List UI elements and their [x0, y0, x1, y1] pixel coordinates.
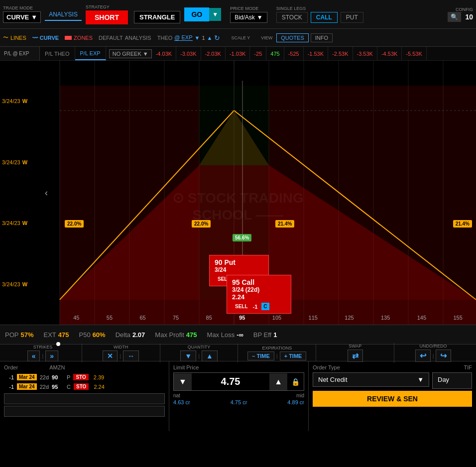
strike-135: 135	[381, 315, 390, 321]
cr-val-3: 4.89 cr	[287, 399, 304, 405]
scale-y-section: SCALE Y	[231, 35, 250, 40]
cr-val-1: 4.63 cr	[173, 399, 190, 405]
analysis-label2: ANALYSIS	[125, 35, 151, 41]
order-list: Order AMZN -1 Mar 24 22d 90 P STO 2.39 -…	[0, 361, 169, 431]
call-button[interactable]: CALL	[311, 12, 338, 23]
order-days-1: 22d	[40, 374, 49, 380]
config-number: 10	[463, 13, 473, 21]
quantity-up[interactable]: ▲	[202, 350, 218, 361]
quantity-down[interactable]: ▼	[180, 350, 196, 361]
lock-icon[interactable]: 🔒	[287, 378, 304, 386]
tooltip-call-sell: SELL -1 C	[232, 303, 286, 310]
order-type-2: C	[67, 384, 71, 390]
order-type-dropdown[interactable]: Net Credit ▼	[313, 372, 429, 387]
sto-badge-2: STO	[74, 383, 89, 390]
trade-mode-section: TRADE MODE CURVE ▼	[3, 5, 41, 23]
single-legs-label: SINGLE LEGS	[276, 6, 363, 11]
exp-time-plus[interactable]: + TIME	[280, 351, 307, 360]
max-profit-value: 475	[186, 331, 197, 339]
pl-theo-tab[interactable]: P/L THEO	[40, 47, 75, 60]
refresh-icon[interactable]: ↻	[214, 34, 220, 42]
exp-time-minus[interactable]: – TIME	[247, 351, 274, 360]
sto-badge-1: STO	[73, 374, 88, 380]
order-input-1[interactable]	[4, 393, 165, 404]
quotes-button[interactable]: QUOTES	[276, 33, 308, 42]
prob-badge-right: 21.4%	[453, 220, 472, 228]
order-row-1: -1 Mar 24 22d 90 P STO 2.39	[0, 372, 169, 382]
undo-redo-control: Undo/Redo ↩ | ↪	[394, 343, 472, 363]
down-icon[interactable]: ▼	[195, 35, 200, 41]
price-mode-dropdown[interactable]: Bid/Ask ▼	[230, 12, 267, 23]
pl-values: -4.03K -3.03K -2.03K -1.03K -25 475 -525…	[152, 47, 476, 60]
order-price-2: 2.24	[92, 384, 104, 390]
ext-value: 475	[58, 331, 69, 339]
up-icon2[interactable]: ▲	[207, 35, 213, 41]
no-greek-dropdown[interactable]: NO GREEK ▼	[109, 49, 152, 58]
call-tooltip: 95 Call 3/24 (22d) 2.24 SELL -1 C	[227, 275, 291, 314]
width-expand[interactable]: ↔	[123, 350, 139, 361]
c-badge: C	[261, 303, 269, 310]
strikes-double-right[interactable]: »	[45, 350, 58, 361]
order-header: Order AMZN	[0, 364, 169, 372]
ot-chevron: ▼	[417, 376, 424, 383]
scale-val: 1	[202, 35, 205, 41]
go-arrow-button[interactable]: ▼	[209, 8, 221, 21]
mid-label: mid	[296, 393, 304, 398]
undo-button[interactable]: ↩	[415, 350, 431, 362]
pl-tabs: P/L THEO P/L EXP NO GREEK ▼	[40, 47, 152, 60]
pl-val-5: -25	[250, 47, 266, 60]
short-button[interactable]: SHORT	[86, 10, 128, 24]
search-icon[interactable]: 🔍	[448, 12, 461, 22]
pl-val-11: -4.53K	[377, 47, 402, 60]
tooltip-put-date: 3/24	[215, 266, 263, 273]
swap-control: Swap ⇄	[316, 343, 394, 363]
review-send-button[interactable]: REVIEW & SEN	[313, 391, 472, 407]
price-up-button[interactable]: ▲	[269, 373, 287, 390]
put-button[interactable]: PUT	[341, 12, 363, 23]
pl-exp-tab[interactable]: P/L EXP	[75, 47, 106, 60]
zones-section: ZONES	[65, 35, 93, 41]
nat-mid-row: nat mid	[173, 393, 304, 398]
pop-stat: POP 57%	[5, 331, 34, 339]
pop-value: 57%	[20, 331, 33, 339]
max-profit-stat: Max Profit 475	[155, 331, 197, 339]
tooltip-call-date: 3/24 (22d)	[232, 286, 286, 293]
tooltip-put-label: 90 Put	[215, 258, 263, 266]
pl-at-exp-label: P/L @ EXP	[0, 47, 40, 60]
strangle-label: STRANGLE	[134, 11, 181, 23]
go-button[interactable]: GO	[184, 7, 209, 21]
delta-stat: Delta 2.07	[116, 331, 145, 339]
tif-dropdown[interactable]: Day	[432, 372, 472, 389]
order-input-2[interactable]	[4, 406, 165, 417]
go-section: GO ▼	[184, 7, 221, 21]
stock-button[interactable]: STOCK	[276, 12, 308, 23]
limit-price-header: Limit Price	[173, 364, 304, 370]
chart-scroll-left[interactable]: ‹	[45, 188, 48, 198]
trade-mode-value: CURVE	[6, 13, 29, 21]
strike-145: 145	[417, 315, 426, 321]
amzn-label: AMZN	[49, 364, 65, 370]
w-badge-4: W	[22, 281, 27, 287]
sep3: |	[198, 353, 200, 359]
info-button[interactable]: INFO	[311, 33, 333, 42]
price-down-button[interactable]: ▼	[174, 373, 192, 390]
order-type-1: P	[67, 374, 70, 380]
width-collapse[interactable]: ✕	[103, 350, 118, 361]
trade-mode-dropdown[interactable]: CURVE ▼	[3, 11, 41, 23]
quantity-control: Quantity ▼ | ▲	[160, 344, 238, 362]
redo-button[interactable]: ↪	[436, 350, 451, 362]
pl-val-6: 475	[266, 47, 284, 60]
tooltip-call-label: 95 Call	[232, 278, 286, 286]
default-analysis-row: DEFAULT ANALYSIS	[99, 35, 151, 41]
analysis-tab[interactable]: ANALYSIS	[45, 9, 82, 21]
pl-val-12: -5.53K	[402, 47, 426, 60]
strategy-label: STRATEGY	[86, 4, 181, 9]
strikes-double-left[interactable]: «	[27, 350, 40, 361]
max-profit-label: Max Profit	[155, 331, 184, 339]
prob-badge-center-left: 22.0%	[192, 220, 211, 228]
max-loss-label: Max Loss	[207, 331, 235, 339]
lines-icon: 〜	[3, 34, 8, 41]
theo-exp-row: THEO @ EXP ▼ 1 ▲ ↻	[157, 34, 221, 42]
view-label: VIEW	[261, 35, 272, 40]
swap-button[interactable]: ⇄	[348, 350, 363, 362]
